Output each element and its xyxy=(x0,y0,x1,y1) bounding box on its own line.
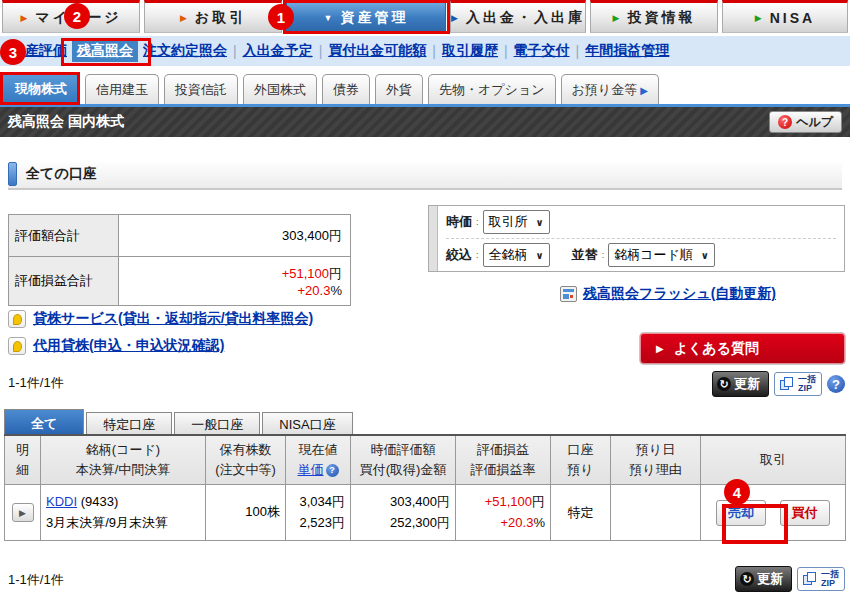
separator: | xyxy=(432,43,436,59)
tab-arrow-icon: ▶ xyxy=(20,13,27,23)
separator: | xyxy=(576,43,580,59)
substitute-lending-link[interactable]: 代用貸株(申込・申込状況確認) xyxy=(33,337,224,355)
tab-investment-info[interactable]: ▶ 投資情報 xyxy=(590,0,718,33)
help-button[interactable]: ? ヘルプ xyxy=(769,111,842,133)
tab-asset-management[interactable]: ▼ 資産管理 xyxy=(286,0,446,33)
flash-link-row: 残高照会フラッシュ(自動更新) xyxy=(560,285,776,303)
help-circle-icon[interactable]: ? xyxy=(827,375,845,393)
trade-cell: 売却 買付 xyxy=(701,485,846,541)
tab-trade[interactable]: ▶ お取引 xyxy=(144,0,282,33)
expand-row-button[interactable]: ▶ xyxy=(12,503,34,522)
sub-navigation: 資産評価 残高照会 注文約定照会 | 入出金予定 | 買付出金可能額 | 取引履… xyxy=(0,36,850,66)
subnav-electronic-delivery[interactable]: 電子交付 xyxy=(509,40,575,62)
cattab-margin[interactable]: 信用建玉 xyxy=(85,74,159,104)
price-source-value: 取引所 xyxy=(489,213,528,231)
subnav-buying-power[interactable]: 買付出金可能額 xyxy=(323,40,431,62)
more-arrow-icon: ▶ xyxy=(640,85,648,96)
zip-doc-icon xyxy=(803,572,817,586)
buy-button[interactable]: 買付 xyxy=(780,500,830,526)
toolbar-bottom: ↻ 更新 一括ZIP xyxy=(735,566,845,592)
cattab-label: 外国株式 xyxy=(254,81,306,99)
result-count: 1-1件/1件 xyxy=(8,374,64,392)
narrow-value: 全銘柄 xyxy=(489,246,528,264)
product-category-tabs: 現物株式 信用建玉 投資信託 外国株式 債券 外貨 先物・オプション お預り金等… xyxy=(0,71,850,107)
acctab-all[interactable]: 全て xyxy=(4,409,84,437)
subnav-trade-history[interactable]: 取引履歴 xyxy=(437,40,503,62)
price-source-label: 時価 xyxy=(446,213,472,231)
price-cell: 3,034円 2,523円 xyxy=(286,485,351,541)
chevron-down-icon: ∨ xyxy=(701,250,709,261)
refresh-button[interactable]: ↻ 更新 xyxy=(735,566,792,592)
tab-mypage[interactable]: ▶ マイページ xyxy=(2,0,140,33)
bulk-zip-button[interactable]: 一括ZIP xyxy=(774,372,822,396)
subnav-balance-inquiry[interactable]: 残高照会 xyxy=(72,40,138,62)
faq-arrow-icon: ▶ xyxy=(656,343,664,354)
stock-code: (9433) xyxy=(81,494,119,509)
zip-doc-icon xyxy=(780,377,794,391)
cattab-bond[interactable]: 債券 xyxy=(322,74,370,104)
narrow-label: 絞込 xyxy=(446,246,472,264)
refresh-icon: ↻ xyxy=(717,377,731,391)
cattab-mutual-fund[interactable]: 投資信託 xyxy=(164,74,238,104)
refresh-button[interactable]: ↻ 更新 xyxy=(712,371,769,397)
lending-icon xyxy=(8,337,26,355)
cattab-domestic-stock[interactable]: 現物株式 xyxy=(2,72,80,104)
question-icon[interactable]: ? xyxy=(326,464,339,477)
tab-label: 投資情報 xyxy=(627,9,695,27)
balance-inquiry-page: ▶ マイページ ▶ お取引 ▼ 資産管理 ▶ 入出金・入出庫 ▶ 投資情報 ▶ … xyxy=(0,0,850,600)
acctab-label: 全て xyxy=(31,416,57,431)
cattab-fx[interactable]: 外貨 xyxy=(375,74,423,104)
zip-label: 一括ZIP xyxy=(798,375,816,393)
subnav-order-status[interactable]: 注文約定照会 xyxy=(138,40,232,62)
cattab-label: 先物・オプション xyxy=(439,81,545,99)
narrow-select[interactable]: 全銘柄 ∨ xyxy=(483,243,550,267)
unit-price-link[interactable]: 単価 xyxy=(298,462,324,477)
stock-name-line: KDDI (9433) xyxy=(46,492,200,513)
tab-arrow-icon: ▶ xyxy=(755,13,762,23)
tab-arrow-icon: ▶ xyxy=(613,13,620,23)
result-count-bottom: 1-1件/1件 xyxy=(8,571,64,589)
lending-icon xyxy=(8,310,26,328)
stock-link[interactable]: KDDI xyxy=(46,494,77,509)
substitute-lending-row: 代用貸株(申込・申込状況確認) xyxy=(8,337,224,355)
colon: : xyxy=(476,217,479,227)
tab-label: 入出金・入出庫 xyxy=(466,9,585,27)
total-pl-label: 評価損益合計 xyxy=(9,257,119,305)
cattab-label: 投資信託 xyxy=(175,81,227,99)
subnav-asset-valuation[interactable]: 資産評価 xyxy=(6,40,72,62)
chevron-down-icon: ▼ xyxy=(324,13,333,23)
zip-label: 一括ZIP xyxy=(821,570,839,588)
col-name: 銘柄(コード)本決算/中間決算 xyxy=(41,435,206,485)
acctab-label: NISA口座 xyxy=(279,417,335,432)
refresh-label: 更新 xyxy=(757,570,783,588)
cattab-futures-options[interactable]: 先物・オプション xyxy=(428,74,556,104)
faq-label: よくある質問 xyxy=(674,340,759,358)
account-type-tabs: 全て 特定口座 一般口座 NISA口座 xyxy=(4,409,353,437)
filter-strip xyxy=(429,206,438,271)
bulk-zip-button[interactable]: 一括ZIP xyxy=(797,567,845,591)
cattab-label: 現物株式 xyxy=(15,80,67,98)
page-header: 残高照会 国内株式 ? ヘルプ xyxy=(0,107,850,137)
tab-deposit-withdrawal[interactable]: ▶ 入出金・入出庫 xyxy=(450,0,586,33)
colon: : xyxy=(602,250,605,260)
flash-window-icon xyxy=(560,286,577,302)
price-source-select[interactable]: 取引所 ∨ xyxy=(483,210,550,234)
faq-button[interactable]: ▶ よくある質問 xyxy=(640,333,845,364)
stock-lending-link[interactable]: 貸株サービス(貸出・返却指示/貸出料率照会) xyxy=(33,310,313,328)
tab-label: マイページ xyxy=(35,9,121,27)
sell-button[interactable]: 売却 xyxy=(716,500,766,526)
subnav-annual-pl[interactable]: 年間損益管理 xyxy=(580,40,674,62)
col-account: 口座預り xyxy=(551,435,611,485)
subnav-deposit-schedule[interactable]: 入出金予定 xyxy=(238,40,318,62)
separator: | xyxy=(504,43,508,59)
sort-select[interactable]: 銘柄コード順 ∨ xyxy=(608,243,715,267)
top-navigation: ▶ マイページ ▶ お取引 ▼ 資産管理 ▶ 入出金・入出庫 ▶ 投資情報 ▶ … xyxy=(0,0,850,33)
cattab-label: 外貨 xyxy=(386,81,412,99)
tab-nisa[interactable]: ▶ NISA xyxy=(722,0,848,33)
balance-flash-link[interactable]: 残高照会フラッシュ(自動更新) xyxy=(583,285,776,303)
cattab-foreign-stock[interactable]: 外国株式 xyxy=(243,74,317,104)
chevron-down-icon: ∨ xyxy=(536,250,544,261)
valuation-summary: 評価額合計 303,400円 評価損益合計 +51,100円 +20.3% xyxy=(8,214,351,306)
total-pl-percent: +20.3% xyxy=(298,283,342,298)
cattab-deposits[interactable]: お預り金等 ▶ xyxy=(561,74,659,104)
